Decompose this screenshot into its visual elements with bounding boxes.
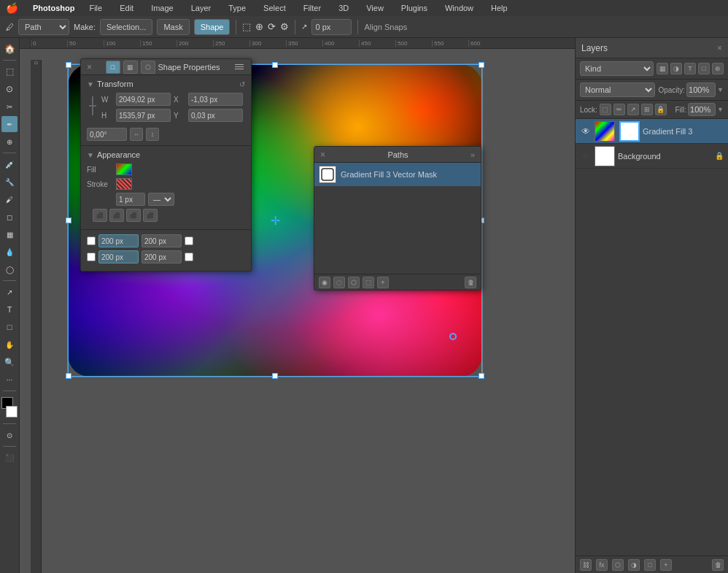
screen-mode[interactable]: ⬛ — [1, 450, 18, 466]
prop-panel-menu[interactable] — [233, 63, 245, 71]
pen-tool[interactable]: ✒ — [1, 116, 18, 132]
brush-tool[interactable]: 🖌 — [1, 191, 18, 207]
create-group-btn[interactable]: □ — [644, 559, 656, 571]
select-tool[interactable]: ⬚ — [1, 64, 18, 80]
stroke-swatch[interactable] — [116, 178, 132, 190]
color-swatch-area[interactable] — [1, 397, 18, 418]
distribute-btn[interactable]: ⬛ — [143, 209, 158, 222]
filter-type-icon[interactable]: T — [684, 63, 696, 74]
lock-pos-icon[interactable]: ↗ — [627, 104, 639, 115]
handle-bot-right[interactable] — [479, 373, 484, 379]
paths-panel-close[interactable]: × — [320, 150, 325, 160]
gear-icon[interactable]: ⚙ — [280, 21, 289, 32]
type-tool[interactable]: T — [1, 301, 18, 318]
zoom-tool[interactable]: 🔍 — [1, 354, 18, 370]
filter-smart-icon[interactable]: ⊛ — [712, 63, 724, 74]
menu-select[interactable]: Select — [260, 2, 289, 14]
lock-all-icon[interactable]: 🔒 — [655, 104, 667, 115]
mask-button[interactable]: Mask — [157, 19, 189, 35]
menu-edit[interactable]: Edit — [117, 2, 136, 14]
path-select-icon[interactable]: ⬚ — [242, 21, 251, 32]
crop-tool[interactable]: ✂ — [1, 99, 18, 115]
shape-button[interactable]: Shape — [194, 19, 231, 35]
paths-row[interactable]: Gradient Fill 3 Vector Mask — [314, 163, 481, 186]
layer-row-background[interactable]: 👁 Background 🔒 — [576, 144, 728, 169]
blend-mode-select[interactable]: Normal — [580, 82, 655, 97]
paths-stroke-btn[interactable]: ◌ — [333, 277, 345, 288]
path-select-tool[interactable]: ↗ — [1, 284, 18, 300]
menu-layer[interactable]: Layer — [188, 2, 214, 14]
stroke-type-select[interactable]: — — [148, 193, 174, 206]
add-mask-btn[interactable]: ⬡ — [612, 559, 624, 571]
selection-button[interactable]: Selection... — [100, 19, 152, 35]
clone-tool[interactable]: ⊕ — [1, 134, 18, 150]
fill-swatch[interactable] — [116, 164, 132, 175]
hand-tool[interactable]: ✋ — [1, 337, 18, 353]
paths-mask-btn[interactable]: ⬚ — [363, 277, 374, 288]
fill-dropdown-icon[interactable]: ▼ — [717, 106, 724, 113]
menu-type[interactable]: Type — [225, 2, 249, 14]
patch-tool[interactable]: 🔧 — [1, 174, 18, 190]
add-style-btn[interactable]: fx — [596, 559, 608, 571]
apple-menu-icon[interactable]: 🍎 — [6, 2, 18, 14]
handle-top-left[interactable] — [66, 62, 71, 68]
corner-tr-checkbox[interactable] — [185, 236, 193, 245]
layer-visibility-background[interactable]: 👁 — [580, 150, 592, 162]
corner-tr-input[interactable] — [142, 234, 182, 247]
menu-file[interactable]: File — [86, 2, 105, 14]
eyedropper-tool[interactable]: 💉 — [1, 156, 18, 172]
background-color[interactable] — [6, 406, 18, 418]
filter-pixel-icon[interactable]: ▦ — [657, 63, 668, 74]
shape-tool[interactable]: □ — [1, 319, 18, 335]
menu-plugins[interactable]: Plugins — [398, 2, 430, 14]
paths-fill-btn[interactable]: ◉ — [319, 277, 330, 288]
gradient-point-3[interactable] — [449, 333, 457, 340]
handle-top-right[interactable] — [479, 62, 484, 68]
transform-collapse-icon[interactable]: ▼ — [87, 80, 94, 88]
lock-transparent-icon[interactable]: ⬚ — [600, 104, 611, 115]
prop-panel-close[interactable]: × — [87, 62, 92, 72]
gradient-tool[interactable]: ▦ — [1, 226, 18, 242]
filter-shape-icon[interactable]: □ — [698, 63, 710, 74]
kind-select[interactable]: Kind — [580, 61, 654, 76]
mode-toggle[interactable]: ⊙ — [1, 427, 18, 443]
menu-image[interactable]: Image — [148, 2, 177, 14]
lasso-tool[interactable]: ⊙ — [1, 81, 18, 97]
layer-mask-thumb-gradient[interactable] — [619, 121, 640, 142]
prop-tab-shape[interactable]: □ — [106, 61, 120, 74]
angle-input[interactable] — [87, 128, 127, 141]
more-tools[interactable]: ··· — [1, 372, 18, 388]
corner-tl-input[interactable] — [98, 234, 139, 247]
layers-panel-close[interactable]: × — [717, 43, 722, 53]
blur-tool[interactable]: 💧 — [1, 244, 18, 260]
lock-artboard-icon[interactable]: ⊞ — [641, 104, 653, 115]
transform-icon[interactable]: ⟳ — [268, 21, 276, 32]
link-layers-btn[interactable]: ⛓ — [580, 559, 592, 571]
paths-new-btn[interactable]: + — [377, 277, 389, 288]
corner-bl-checkbox[interactable] — [87, 253, 96, 261]
opacity-dropdown-icon[interactable]: ▼ — [717, 86, 724, 93]
filter-adjust-icon[interactable]: ◑ — [670, 63, 682, 74]
align-left-btn[interactable]: ⬛ — [93, 209, 107, 222]
align-center-btn[interactable]: ⬛ — [109, 209, 124, 222]
delete-layer-btn[interactable]: 🗑 — [712, 559, 724, 571]
center-crosshair[interactable]: ✛ — [271, 214, 280, 228]
fill-input[interactable] — [688, 103, 716, 116]
align-right-btn[interactable]: ⬛ — [126, 209, 141, 222]
prop-tab-gradient[interactable]: ▦ — [123, 61, 138, 74]
prop-tab-adjustment[interactable]: ⬡ — [141, 61, 155, 74]
appear-collapse-icon[interactable]: ▼ — [87, 151, 94, 159]
layer-row-gradient-fill[interactable]: 👁 Gradient Fill 3 — [576, 119, 728, 144]
flip-h-icon[interactable]: ↔ — [130, 128, 143, 141]
corner-bl-input[interactable] — [98, 250, 139, 264]
flip-v-icon[interactable]: ↕ — [146, 128, 159, 141]
transform-link-icon[interactable] — [87, 93, 98, 122]
create-fill-btn[interactable]: ◑ — [628, 559, 640, 571]
px-input[interactable] — [311, 19, 352, 35]
menu-filter[interactable]: Filter — [301, 2, 324, 14]
paths-load-btn[interactable]: ⬡ — [348, 277, 360, 288]
opacity-input[interactable] — [686, 82, 716, 97]
menu-3d[interactable]: 3D — [336, 2, 352, 14]
y-input[interactable] — [188, 109, 243, 122]
paths-delete-btn[interactable]: 🗑 — [465, 277, 476, 288]
